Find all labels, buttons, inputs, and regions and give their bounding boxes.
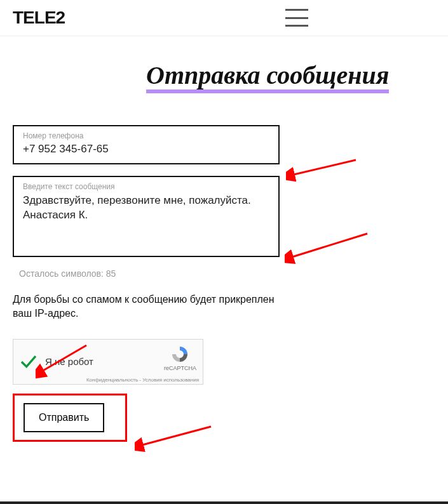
header: TELE2 [0, 0, 448, 36]
recaptcha-terms: Конфиденциальность - Условия использован… [13, 377, 203, 383]
phone-field-group: Номер телефона [13, 125, 280, 164]
recaptcha-check-icon [20, 353, 37, 371]
menu-hamburger-icon[interactable] [285, 9, 308, 27]
phone-label: Номер телефона [23, 131, 269, 140]
info-text: Для борьбы со спамом к сообщению будет п… [13, 293, 292, 321]
recaptcha-widget[interactable]: Я не робот reCAPTCHA Конфиденциальность … [13, 339, 203, 385]
message-textarea[interactable] [23, 194, 269, 252]
recaptcha-label: Я не робот [45, 356, 93, 367]
submit-highlight-box: Отправить [13, 394, 127, 442]
footer-divider [0, 501, 448, 504]
recaptcha-brand-text: reCAPTCHA [164, 365, 196, 371]
phone-input[interactable] [23, 143, 269, 156]
recaptcha-logo-icon [170, 345, 189, 364]
logo: TELE2 [13, 8, 65, 28]
message-label: Введите текст сообщения [23, 182, 269, 191]
message-field-group: Введите текст сообщения [13, 176, 280, 257]
page-title: Отправка сообщения [146, 62, 389, 93]
submit-button[interactable]: Отправить [24, 403, 104, 432]
content: Отправка сообщения Номер телефона Введит… [0, 36, 448, 454]
char-count: Осталось символов: 85 [19, 269, 435, 279]
recaptcha-brand: reCAPTCHA [164, 345, 196, 371]
